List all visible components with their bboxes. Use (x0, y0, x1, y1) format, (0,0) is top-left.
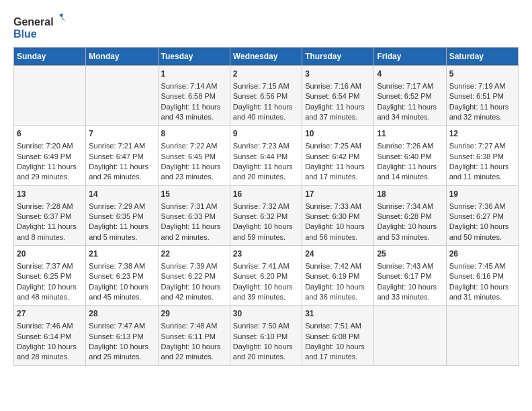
day-info: Sunrise: 7:29 AM (89, 201, 154, 212)
day-info: Sunrise: 7:51 AM (305, 321, 371, 331)
svg-marker-2 (59, 13, 66, 21)
logo: GeneralBlue (13, 13, 67, 40)
calendar-cell: 15Sunrise: 7:31 AMSunset: 6:33 PMDayligh… (158, 185, 230, 245)
day-info: Daylight: 11 hours and 14 minutes. (377, 162, 443, 183)
day-info: Sunset: 6:19 PM (305, 271, 371, 281)
day-info: Sunrise: 7:41 AM (233, 261, 299, 271)
calendar-cell: 21Sunrise: 7:38 AMSunset: 6:23 PMDayligh… (86, 246, 158, 306)
svg-text:General: General (13, 16, 54, 28)
day-info: Sunset: 6:45 PM (161, 152, 227, 162)
calendar-cell: 11Sunrise: 7:26 AMSunset: 6:40 PMDayligh… (374, 126, 446, 185)
calendar-cell (86, 66, 158, 126)
day-info: Daylight: 10 hours and 28 minutes. (17, 342, 83, 363)
day-info: Sunset: 6:30 PM (305, 212, 371, 222)
calendar-body: 1Sunrise: 7:14 AMSunset: 6:58 PMDaylight… (14, 66, 519, 366)
day-info: Daylight: 10 hours and 36 minutes. (305, 282, 371, 303)
day-info: Daylight: 10 hours and 50 minutes. (449, 222, 515, 242)
day-info: Daylight: 10 hours and 25 minutes. (89, 342, 154, 363)
day-info: Sunrise: 7:19 AM (449, 81, 515, 91)
day-number: 17 (305, 189, 371, 200)
day-number: 8 (161, 128, 227, 140)
weekday-header: Tuesday (158, 48, 230, 66)
day-info: Sunrise: 7:42 AM (305, 261, 371, 271)
day-info: Sunset: 6:37 PM (17, 212, 83, 222)
day-number: 6 (17, 128, 83, 140)
day-info: Sunrise: 7:37 AM (17, 261, 83, 271)
weekday-header: Monday (86, 48, 158, 66)
calendar-cell: 24Sunrise: 7:42 AMSunset: 6:19 PMDayligh… (302, 246, 374, 306)
day-info: Sunset: 6:22 PM (161, 271, 227, 281)
day-number: 20 (17, 248, 83, 260)
day-info: Sunset: 6:58 PM (161, 91, 227, 101)
day-info: Sunrise: 7:33 AM (305, 201, 371, 212)
day-info: Daylight: 10 hours and 45 minutes. (89, 282, 154, 303)
calendar-table: SundayMondayTuesdayWednesdayThursdayFrid… (13, 47, 519, 366)
day-number: 7 (89, 128, 154, 140)
calendar-cell: 31Sunrise: 7:51 AMSunset: 6:08 PMDayligh… (302, 306, 374, 365)
calendar-cell: 23Sunrise: 7:41 AMSunset: 6:20 PMDayligh… (230, 246, 302, 306)
calendar-cell (374, 306, 446, 365)
calendar-cell: 27Sunrise: 7:46 AMSunset: 6:14 PMDayligh… (14, 306, 86, 365)
day-info: Daylight: 11 hours and 29 minutes. (17, 162, 83, 183)
day-info: Sunset: 6:38 PM (449, 152, 515, 162)
calendar-cell: 29Sunrise: 7:48 AMSunset: 6:11 PMDayligh… (158, 306, 230, 365)
day-info: Daylight: 11 hours and 37 minutes. (305, 102, 371, 123)
day-info: Sunrise: 7:36 AM (449, 201, 515, 212)
day-info: Sunrise: 7:15 AM (233, 81, 299, 91)
calendar-week-row: 6Sunrise: 7:20 AMSunset: 6:49 PMDaylight… (14, 126, 519, 185)
day-info: Sunrise: 7:16 AM (305, 81, 371, 91)
day-info: Sunrise: 7:45 AM (449, 261, 515, 271)
day-number: 25 (377, 248, 443, 260)
calendar-cell: 1Sunrise: 7:14 AMSunset: 6:58 PMDaylight… (158, 66, 230, 126)
calendar-header-row: SundayMondayTuesdayWednesdayThursdayFrid… (14, 48, 519, 66)
day-info: Sunrise: 7:50 AM (233, 321, 299, 331)
day-info: Sunrise: 7:39 AM (161, 261, 227, 271)
weekday-header: Thursday (302, 48, 374, 66)
weekday-header: Sunday (14, 48, 86, 66)
day-info: Sunset: 6:47 PM (89, 152, 154, 162)
day-info: Daylight: 11 hours and 43 minutes. (161, 102, 227, 123)
day-info: Sunset: 6:20 PM (233, 271, 299, 281)
weekday-header: Friday (374, 48, 446, 66)
day-info: Sunset: 6:16 PM (449, 271, 515, 281)
day-info: Sunrise: 7:21 AM (89, 141, 154, 151)
day-info: Sunset: 6:11 PM (161, 332, 227, 342)
calendar-cell: 26Sunrise: 7:45 AMSunset: 6:16 PMDayligh… (446, 246, 518, 306)
day-info: Sunrise: 7:14 AM (161, 81, 227, 91)
day-info: Sunset: 6:32 PM (233, 212, 299, 222)
day-number: 30 (233, 308, 299, 320)
day-info: Daylight: 11 hours and 20 minutes. (233, 162, 299, 183)
day-info: Daylight: 10 hours and 39 minutes. (233, 282, 299, 303)
day-number: 5 (449, 68, 515, 80)
day-number: 2 (233, 68, 299, 80)
calendar-cell (14, 66, 86, 126)
calendar-cell: 18Sunrise: 7:34 AMSunset: 6:28 PMDayligh… (374, 185, 446, 245)
day-info: Sunrise: 7:23 AM (233, 141, 299, 151)
day-info: Daylight: 10 hours and 31 minutes. (449, 282, 515, 303)
day-info: Sunset: 6:27 PM (449, 212, 515, 222)
page-header: GeneralBlue (13, 13, 519, 40)
day-number: 21 (89, 248, 154, 260)
day-info: Sunrise: 7:38 AM (89, 261, 154, 271)
calendar-cell: 13Sunrise: 7:28 AMSunset: 6:37 PMDayligh… (14, 185, 86, 245)
day-info: Daylight: 10 hours and 17 minutes. (305, 342, 371, 363)
day-number: 23 (233, 248, 299, 260)
day-info: Sunrise: 7:25 AM (305, 141, 371, 151)
calendar-week-row: 13Sunrise: 7:28 AMSunset: 6:37 PMDayligh… (14, 185, 519, 245)
svg-text:Blue: Blue (13, 28, 37, 40)
day-info: Sunset: 6:40 PM (377, 152, 443, 162)
calendar-cell: 6Sunrise: 7:20 AMSunset: 6:49 PMDaylight… (14, 126, 86, 185)
calendar-cell: 4Sunrise: 7:17 AMSunset: 6:52 PMDaylight… (374, 66, 446, 126)
weekday-header: Wednesday (230, 48, 302, 66)
day-info: Daylight: 10 hours and 20 minutes. (233, 342, 299, 363)
day-info: Daylight: 10 hours and 22 minutes. (161, 342, 227, 363)
day-number: 26 (449, 248, 515, 260)
day-info: Daylight: 11 hours and 11 minutes. (449, 162, 515, 183)
day-info: Sunset: 6:08 PM (305, 332, 371, 342)
day-number: 9 (233, 128, 299, 140)
calendar-week-row: 20Sunrise: 7:37 AMSunset: 6:25 PMDayligh… (14, 246, 519, 306)
calendar-cell: 20Sunrise: 7:37 AMSunset: 6:25 PMDayligh… (14, 246, 86, 306)
day-info: Sunset: 6:52 PM (377, 91, 443, 101)
day-info: Daylight: 10 hours and 48 minutes. (17, 282, 83, 303)
calendar-cell: 28Sunrise: 7:47 AMSunset: 6:13 PMDayligh… (86, 306, 158, 365)
